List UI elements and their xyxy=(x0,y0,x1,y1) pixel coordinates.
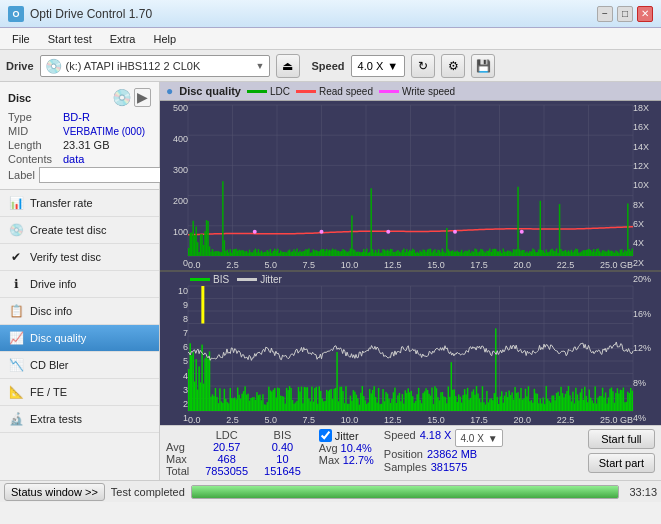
menu-extra[interactable]: Extra xyxy=(102,31,144,47)
max-bis: 10 xyxy=(256,453,309,465)
nav-create-test-disc-label: Create test disc xyxy=(30,224,106,236)
menu-bar: File Start test Extra Help xyxy=(0,28,661,50)
drive-value: (k:) ATAPI iHBS112 2 CL0K xyxy=(66,60,252,72)
transfer-rate-icon: 📊 xyxy=(8,195,24,211)
verify-test-disc-icon: ✔ xyxy=(8,249,24,265)
total-row-label: Total xyxy=(166,465,197,477)
menu-start-test[interactable]: Start test xyxy=(40,31,100,47)
top-chart-y-left: 500 400 300 200 100 0 xyxy=(160,101,188,270)
top-chart-y-right: 18X 16X 14X 12X 10X 8X 6X 4X 2X xyxy=(633,101,661,270)
start-part-button[interactable]: Start part xyxy=(588,453,655,473)
nav-cd-bler[interactable]: 📉 CD Bler xyxy=(0,352,159,379)
extra-tests-icon: 🔬 xyxy=(8,411,24,427)
speed-label: Speed xyxy=(312,60,345,72)
bottom-chart-x: 0.0 2.5 5.0 7.5 10.0 12.5 15.0 17.5 20.0… xyxy=(188,415,633,425)
chart-header: ● Disc quality LDC Read speed Write spee… xyxy=(160,82,661,101)
menu-help[interactable]: Help xyxy=(145,31,184,47)
label-label: Label xyxy=(8,169,35,181)
bottom-chart-y-left: 10 9 8 7 6 5 4 3 2 1 xyxy=(160,272,188,425)
jitter-label: Jitter xyxy=(335,430,359,442)
speed-select-val: 4.0 X xyxy=(460,433,483,444)
max-ldc: 468 xyxy=(197,453,256,465)
nav-transfer-rate[interactable]: 📊 Transfer rate xyxy=(0,190,159,217)
jitter-checkbox[interactable] xyxy=(319,429,332,442)
ldc-col-header: LDC xyxy=(197,429,256,441)
menu-file[interactable]: File xyxy=(4,31,38,47)
speed-stats: Speed 4.18 X 4.0 X ▼ Position 23862 MB S… xyxy=(384,429,503,474)
status-text: Test completed xyxy=(111,486,185,498)
disc-icon[interactable]: 💿 xyxy=(112,88,132,107)
write-speed-legend-label: Write speed xyxy=(402,86,455,97)
total-bis: 151645 xyxy=(256,465,309,477)
start-full-button[interactable]: Start full xyxy=(588,429,655,449)
nav-fe-te[interactable]: 📐 FE / TE xyxy=(0,379,159,406)
eject-button[interactable]: ⏏ xyxy=(276,54,300,78)
disc-quality-icon: 📈 xyxy=(8,330,24,346)
nav-extra-tests[interactable]: 🔬 Extra tests xyxy=(0,406,159,433)
progress-fill xyxy=(192,486,619,498)
type-value: BD-R xyxy=(63,111,90,123)
refresh-button[interactable]: ↻ xyxy=(411,54,435,78)
bottom-chart-canvas xyxy=(160,272,661,425)
nav-drive-info[interactable]: ℹ Drive info xyxy=(0,271,159,298)
cd-bler-icon: 📉 xyxy=(8,357,24,373)
nav-disc-info[interactable]: 📋 Disc info xyxy=(0,298,159,325)
mid-label: MID xyxy=(8,125,63,137)
nav-drive-info-label: Drive info xyxy=(30,278,76,290)
charts-area: 500 400 300 200 100 0 18X 16X 14X 12X 10… xyxy=(160,101,661,425)
avg-bis: 0.40 xyxy=(256,441,309,453)
length-label: Length xyxy=(8,139,63,151)
nav-disc-quality[interactable]: 📈 Disc quality xyxy=(0,325,159,352)
avg-ldc: 20.57 xyxy=(197,441,256,453)
minimize-button[interactable]: − xyxy=(597,6,613,22)
status-window-button[interactable]: Status window >> xyxy=(4,483,105,501)
total-ldc: 7853055 xyxy=(197,465,256,477)
samples-row: Samples 381575 xyxy=(384,461,503,473)
label-input[interactable] xyxy=(39,167,172,183)
toolbar: Drive 💿 (k:) ATAPI iHBS112 2 CL0K ▼ ⏏ Sp… xyxy=(0,50,661,82)
contents-label: Contents xyxy=(8,153,63,165)
start-buttons: Start full Start part xyxy=(588,429,655,473)
drive-selector[interactable]: 💿 (k:) ATAPI iHBS112 2 CL0K ▼ xyxy=(40,55,270,77)
speed-select-dropdown[interactable]: 4.0 X ▼ xyxy=(455,429,502,447)
status-bar: Status window >> Test completed 33:13 xyxy=(0,480,661,502)
nav-verify-test-disc[interactable]: ✔ Verify test disc xyxy=(0,244,159,271)
nav-disc-info-label: Disc info xyxy=(30,305,72,317)
close-button[interactable]: ✕ xyxy=(637,6,653,22)
chart-title: Disc quality xyxy=(179,85,241,97)
nav-transfer-rate-label: Transfer rate xyxy=(30,197,93,209)
save-button[interactable]: 💾 xyxy=(471,54,495,78)
speed-value: 4.0 X xyxy=(358,60,384,72)
max-row-label: Max xyxy=(166,453,197,465)
samples-val: 381575 xyxy=(431,461,468,473)
speed-row: Speed 4.18 X 4.0 X ▼ xyxy=(384,429,503,447)
nav-create-test-disc[interactable]: 💿 Create test disc xyxy=(0,217,159,244)
nav-disc-quality-label: Disc quality xyxy=(30,332,86,344)
app-title: Opti Drive Control 1.70 xyxy=(30,7,152,21)
sidebar: Disc 💿 ▶ Type BD-R MID VERBATIMe (000) L… xyxy=(0,82,160,480)
nav-verify-test-disc-label: Verify test disc xyxy=(30,251,101,263)
jitter-stats: Jitter Avg 10.4% Max 12.7% xyxy=(319,429,374,466)
app-icon: O xyxy=(8,6,24,22)
top-chart-canvas xyxy=(160,101,661,270)
position-val: 23862 MB xyxy=(427,448,477,460)
speed-selector[interactable]: 4.0 X ▼ xyxy=(351,55,406,77)
top-chart: 500 400 300 200 100 0 18X 16X 14X 12X 10… xyxy=(160,101,661,270)
fe-te-icon: 📐 xyxy=(8,384,24,400)
bis-col-header: BIS xyxy=(256,429,309,441)
disc-open-btn[interactable]: ▶ xyxy=(134,88,151,107)
speed-arrow: ▼ xyxy=(387,60,398,72)
top-chart-x: 0.0 2.5 5.0 7.5 10.0 12.5 15.0 17.5 20.0… xyxy=(188,260,633,270)
nav-extra-tests-label: Extra tests xyxy=(30,413,82,425)
settings-button[interactable]: ⚙ xyxy=(441,54,465,78)
bis-legend-label: BIS xyxy=(213,274,229,285)
jitter-legend-color xyxy=(237,278,257,281)
disc-title: Disc xyxy=(8,92,31,104)
title-bar: O Opti Drive Control 1.70 − □ ✕ xyxy=(0,0,661,28)
maximize-button[interactable]: □ xyxy=(617,6,633,22)
drive-dropdown-arrow: ▼ xyxy=(256,61,265,71)
nav-cd-bler-label: CD Bler xyxy=(30,359,69,371)
stats-table: LDC BIS Avg 20.57 0.40 Max 468 10 Tota xyxy=(166,429,309,477)
bottom-chart: BIS Jitter 10 9 8 7 6 5 4 3 xyxy=(160,272,661,425)
ldc-legend-label: LDC xyxy=(270,86,290,97)
